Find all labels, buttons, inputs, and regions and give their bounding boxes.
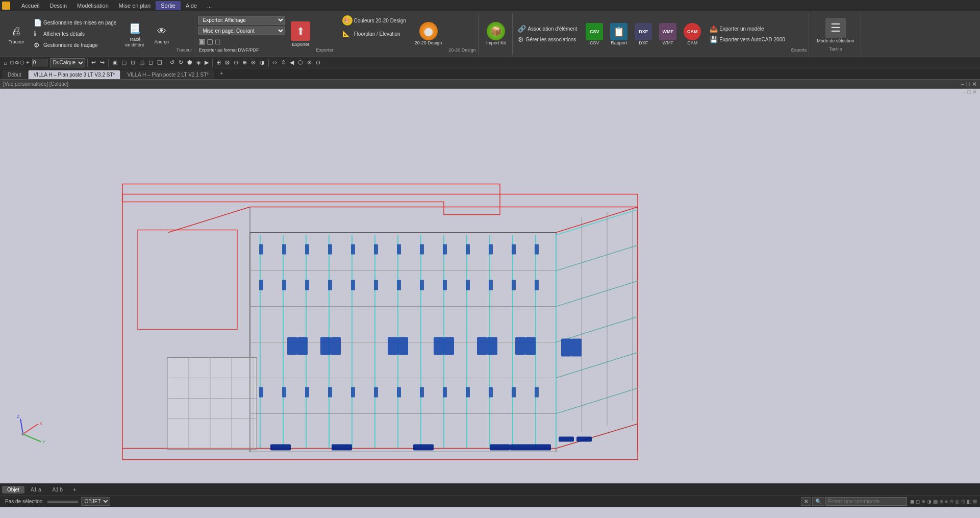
export-icon-2[interactable]: ▢ [207, 37, 213, 45]
export-modele-btn[interactable]: 📤 Exporter un modèle [708, 24, 787, 34]
gest-mises-btn[interactable]: 📄 Gestionnaire des mises en page [32, 18, 118, 28]
tb-undo[interactable]: ↩ [90, 59, 97, 66]
tb-b19[interactable]: ⇕ [280, 59, 287, 66]
svg-rect-65 [443, 280, 447, 290]
tab-villa-h-2[interactable]: VILLA H – Plan poste 2 LT V2.1 ST* [121, 70, 214, 79]
wmf-btn[interactable]: WMF WMF [657, 21, 679, 47]
mode-selection-btn[interactable]: ☰ Mode de sélection [814, 16, 857, 45]
pane-max-btn[interactable]: □ [967, 89, 971, 95]
status-icon-6[interactable]: ⊞ [939, 499, 943, 504]
tab-accueil[interactable]: Accueil [16, 1, 44, 10]
info-icon: ℹ [34, 30, 42, 38]
tb-b5[interactable]: ◻ [147, 59, 155, 66]
status-search-btn[interactable]: 🔍 [812, 497, 824, 506]
tab-debut[interactable]: Début [2, 70, 27, 79]
rapport-btn[interactable]: 📋 Rapport [608, 21, 630, 47]
pane-min-btn[interactable]: − [963, 89, 966, 95]
status-icon-11[interactable]: ◧ [967, 499, 971, 504]
status-icon-12[interactable]: ⊠ [973, 499, 977, 504]
status-icon-5[interactable]: ▦ [933, 499, 938, 504]
afficher-details-btn[interactable]: ℹ Afficher les détails [32, 29, 118, 39]
bottom-tab-objet[interactable]: Objet [2, 486, 24, 494]
floorplan-btn[interactable]: 📐 Floorplan / Elevation [340, 28, 408, 40]
bottom-tab-a1a[interactable]: A1 a [26, 486, 46, 494]
tb-b9[interactable]: ⬟ [186, 59, 194, 66]
gest-tracage-btn[interactable]: ⚙ Gestionnaire de traçage [32, 40, 118, 51]
tb-b4[interactable]: ◫ [138, 59, 146, 66]
association-btn[interactable]: 🔗 Association d'élément [516, 24, 579, 34]
status-icon-1[interactable]: ◼ [910, 499, 914, 504]
trace-btn[interactable]: 📃 Tracéen différé [122, 19, 146, 50]
mode-select[interactable]: OBJET [81, 497, 110, 506]
pane-close-btn[interactable]: ✕ [972, 89, 977, 95]
tab-aide[interactable]: Aide [181, 1, 202, 10]
mise-en-page-select[interactable]: Mise en page: Courant [198, 27, 285, 35]
tab-villa-h-3[interactable]: VILLA H – Plan poste 3 LT V3.2 ST* [28, 70, 121, 79]
export-icon-1[interactable]: ▣ [198, 37, 205, 45]
tab-modelisation[interactable]: Modélisation [72, 1, 114, 10]
toolbar-number-input[interactable] [32, 59, 47, 66]
tb-b3[interactable]: ⊡ [129, 59, 137, 66]
status-icon-4[interactable]: ◑ [927, 499, 932, 504]
viewport-maximize[interactable]: □ [966, 81, 970, 88]
svg-rect-91 [477, 337, 487, 355]
traceur-btn[interactable]: 🖨 Traceur [5, 14, 28, 54]
tab-dessin[interactable]: Dessin [44, 1, 72, 10]
export-a-icon: 💾 [710, 36, 718, 43]
tb-b22[interactable]: ⊛ [306, 59, 313, 66]
tb-b23[interactable]: ⊜ [314, 59, 322, 66]
tb-b13[interactable]: ⊠ [223, 59, 231, 66]
exporter-btn[interactable]: ⬆ Exporter [288, 20, 313, 48]
tb-b15[interactable]: ⊕ [241, 59, 248, 66]
status-icon-8[interactable]: ⊙ [949, 499, 953, 504]
export-format-btn[interactable]: Exporter au format DWF/PDF [198, 47, 285, 53]
tb-redo[interactable]: ↪ [98, 59, 106, 66]
export-affichage-select[interactable]: Exporter: Affichage [198, 16, 285, 24]
gerer-assoc-btn[interactable]: ⚙ Gérer les associations [516, 35, 579, 44]
tb-b17[interactable]: ◑ [258, 59, 266, 66]
status-close-btn[interactable]: ✕ [801, 497, 811, 506]
tb-b14[interactable]: ⊙ [232, 59, 240, 66]
layer-select[interactable]: DuCalque [50, 58, 85, 67]
command-input[interactable] [825, 497, 907, 506]
tab-mise-en-plan[interactable]: Mise en plan [114, 1, 156, 10]
tb-b7[interactable]: ↺ [168, 59, 176, 66]
status-icon-7[interactable]: ≡ [945, 499, 948, 504]
status-icon-3[interactable]: ⊕ [921, 499, 925, 504]
viewport-minimize[interactable]: − [961, 81, 964, 88]
status-icon-10[interactable]: ⊡ [961, 499, 965, 504]
tb-b20[interactable]: ◀ [288, 59, 295, 66]
tb-b21[interactable]: ⬡ [296, 59, 305, 66]
tab-sortie[interactable]: Sortie [156, 1, 181, 10]
tab-add-btn[interactable]: ＋ [215, 67, 228, 79]
tb-input[interactable] [31, 58, 49, 67]
status-icon-2[interactable]: ◻ [916, 499, 920, 504]
tab-more[interactable]: ... [202, 1, 217, 10]
import-icon: 📦 [487, 22, 505, 40]
printer-icon: 🖨 [8, 23, 24, 39]
tb-b8[interactable]: ↻ [177, 59, 185, 66]
bottom-tab-add[interactable]: ＋ [69, 485, 81, 495]
tb-b18[interactable]: ⇔ [271, 59, 279, 66]
tb-b1[interactable]: ▣ [111, 59, 119, 66]
dxf-btn[interactable]: DXF DXF [632, 21, 655, 47]
tb-b16[interactable]: ⊗ [249, 59, 257, 66]
tb-b10[interactable]: ◈ [195, 59, 202, 66]
couleurs-btn[interactable]: 🎨 Couleurs 20-20 Design [340, 14, 408, 27]
viewport-close[interactable]: ✕ [972, 81, 977, 88]
cam-btn[interactable]: CAM CAM [681, 21, 703, 47]
import-kit-btn[interactable]: 📦 Import Kit [484, 20, 509, 47]
tb-b2[interactable]: ▢ [120, 59, 128, 66]
csv-btn[interactable]: CSV CSV [583, 21, 606, 47]
design-20-btn[interactable]: ⬤ 20-20 Design [412, 14, 445, 54]
tb-b11[interactable]: ▶ [203, 59, 210, 66]
svg-rect-113 [559, 437, 574, 442]
apercu-btn[interactable]: 👁 Aperçu [151, 21, 172, 46]
bottom-tab-a1b[interactable]: A1 b [47, 486, 68, 494]
tb-home[interactable]: ⌂ [2, 59, 9, 66]
status-icon-9[interactable]: ◎ [955, 499, 960, 504]
export-icon-3[interactable]: ◻ [215, 37, 221, 45]
export-autocad-btn[interactable]: 💾 Exporter vers AutoCAD 2000 [708, 35, 787, 44]
tb-b6[interactable]: ❏ [156, 59, 164, 66]
tb-b12[interactable]: ⊞ [215, 59, 222, 66]
